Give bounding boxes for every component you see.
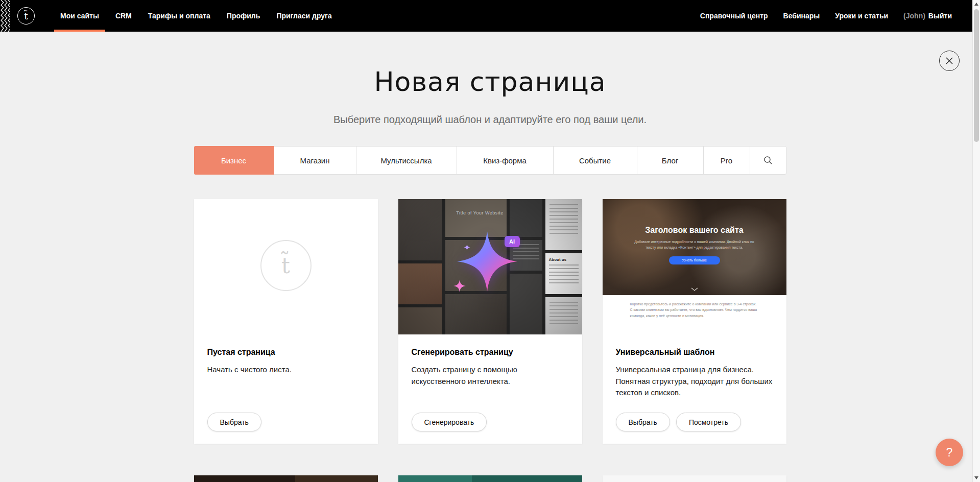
tab-search[interactable] — [750, 147, 786, 174]
tab-quiz-form[interactable]: Квиз-форма — [457, 147, 554, 174]
template-category-tabs: Бизнес Магазин Мультиссылка Квиз-форма С… — [194, 146, 786, 175]
tilda-logo-glyph: t̃ — [24, 10, 28, 21]
help-button[interactable]: ? — [936, 439, 963, 466]
card-description: Универсальная страница для бизнеса. Поня… — [616, 364, 773, 399]
nav-crm[interactable]: CRM — [107, 0, 140, 32]
card-description: Создать страницу с помощью искусственног… — [412, 364, 569, 387]
secondary-nav: Справочный центр Вебинары Уроки и статьи… — [700, 12, 952, 20]
username: (John) — [903, 12, 925, 20]
user-box: (John) Выйти — [903, 12, 952, 20]
ai-sparkle-graphic: AI — [398, 199, 582, 334]
new-page-dialog: Новая страница Выберите подходящий шабло… — [0, 32, 980, 482]
tab-pro[interactable]: Pro — [704, 147, 750, 174]
tab-store[interactable]: Магазин — [274, 147, 356, 174]
nav-help-center[interactable]: Справочный центр — [700, 12, 768, 20]
tab-event[interactable]: Событие — [554, 147, 637, 174]
template-card-ai-generate: About us Title of Your Website — [398, 199, 582, 444]
template-hero-heading: Заголовок вашего сайта — [603, 199, 786, 235]
close-icon — [945, 57, 953, 65]
main-nav: Мои сайты CRM Тарифы и оплата Профиль Пр… — [52, 0, 340, 32]
template-partial-preview — [194, 475, 378, 482]
scrollbar[interactable] — [972, 0, 980, 482]
tilda-watermark-icon: t̃ — [260, 240, 312, 291]
nav-tutorials[interactable]: Уроки и статьи — [835, 12, 888, 20]
tab-multilink[interactable]: Мультиссылка — [356, 147, 457, 174]
scrollbar-thumb[interactable] — [974, 9, 979, 142]
choose-universal-button[interactable]: Выбрать — [616, 413, 670, 431]
card-title: Универсальный шаблон — [616, 348, 773, 357]
template-grid: t̃ Пустая страница Начать с чистого лист… — [194, 199, 786, 482]
close-button[interactable] — [939, 51, 960, 71]
card-description: Начать с чистого листа. — [207, 364, 365, 376]
page-title: Новая страница — [0, 32, 980, 97]
template-card-partial — [398, 475, 582, 482]
template-card-blank: t̃ Пустая страница Начать с чистого лист… — [194, 199, 378, 444]
preview-universal-button[interactable]: Посмотреть — [676, 413, 741, 431]
tab-business[interactable]: Бизнес — [194, 146, 274, 175]
choose-blank-button[interactable]: Выбрать — [207, 413, 261, 431]
logout-link[interactable]: Выйти — [928, 12, 952, 20]
blank-preview: t̃ — [194, 199, 378, 334]
card-title: Пустая страница — [207, 348, 365, 357]
nav-invite-friend[interactable]: Пригласи друга — [268, 0, 340, 32]
page-subtitle: Выберите подходящий шаблон и адаптируйте… — [0, 114, 980, 126]
top-bar: t̃ Мои сайты CRM Тарифы и оплата Профиль… — [0, 0, 980, 32]
nav-my-sites[interactable]: Мои сайты — [52, 0, 107, 32]
scrollbar-down-arrow[interactable] — [974, 476, 978, 479]
generate-button[interactable]: Сгенерировать — [412, 413, 487, 431]
template-hero-subtext: Добавьте интересные подробности о вашей … — [631, 239, 758, 250]
tilda-logo[interactable]: t̃ — [17, 7, 35, 25]
template-hero-section: Заголовок вашего сайта Добавьте интересн… — [603, 199, 786, 295]
nav-profile[interactable]: Профиль — [219, 0, 269, 32]
template-partial-preview — [603, 475, 786, 482]
ai-collage-preview: About us Title of Your Website — [398, 199, 582, 334]
sparkle-tiny-icon — [464, 244, 470, 251]
tab-blog[interactable]: Блог — [637, 147, 704, 174]
nav-webinars[interactable]: Вебинары — [783, 12, 820, 20]
scrollbar-up-arrow[interactable] — [974, 3, 978, 6]
sparkle-small-icon — [453, 280, 466, 292]
nav-tariffs[interactable]: Тарифы и оплата — [140, 0, 219, 32]
tilda-pattern-decoration — [0, 0, 10, 32]
template-card-partial — [194, 475, 378, 482]
template-hero-button: Узнать больше — [669, 256, 720, 264]
ai-badge: AI — [505, 236, 520, 247]
card-title: Сгенерировать страницу — [412, 348, 569, 357]
template-partial-preview — [398, 475, 582, 482]
template-body-section: Коротко представьтесь и расскажите о ком… — [603, 295, 786, 334]
template-body-text: Коротко представьтесь и расскажите о ком… — [630, 301, 759, 319]
chevron-down-icon — [691, 287, 698, 291]
template-card-partial — [603, 475, 786, 482]
template-card-universal: Заголовок вашего сайта Добавьте интересн… — [603, 199, 786, 444]
universal-template-preview: Заголовок вашего сайта Добавьте интересн… — [603, 199, 786, 334]
search-icon — [763, 156, 773, 165]
